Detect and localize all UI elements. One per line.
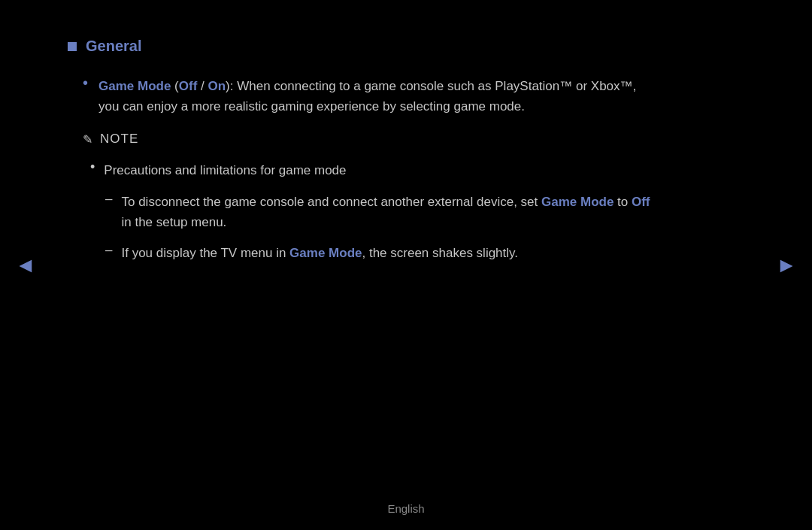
game-mode-bullet: • Game Mode (Off / On): When connecting … [68,76,654,117]
dash-1-mid: to [614,195,632,209]
note-header: ✎ NOTE [83,132,654,147]
on-label: On [208,79,226,93]
note-block: ✎ NOTE • Precautions and limitations for… [83,132,654,263]
note-dash-item-1: – To disconnect the game console and con… [83,192,654,232]
dash-1-text: To disconnect the game console and conne… [121,192,654,232]
main-content: General • Game Mode (Off / On): When con… [0,0,722,319]
right-arrow-icon: ► [776,253,797,277]
section-header: General [68,38,654,55]
dash-1-game-mode: Game Mode [541,195,614,209]
note-bullet-dot: • [90,159,95,175]
section-square-icon [68,42,77,51]
dash-2-pre: If you display the TV menu in [121,246,289,260]
note-sub-bullet: • Precautions and limitations for game m… [83,160,654,180]
note-precautions-text: Precautions and limitations for game mod… [104,160,346,180]
slash: / [197,79,208,93]
dash-2: – [105,243,112,258]
dash-2-game-mode: Game Mode [289,246,362,260]
dash-2-text: If you display the TV menu in Game Mode,… [121,243,518,263]
nav-arrow-right[interactable]: ► [770,246,803,285]
left-arrow-icon: ◄ [15,253,36,277]
dash-2-post: , the screen shakes slightly. [362,246,518,260]
off-label: Off [179,79,198,93]
game-mode-text: Game Mode (Off / On): When connecting to… [98,76,654,117]
footer-language: English [387,502,424,515]
dash-1-post: in the setup menu. [121,215,226,229]
bullet-dot: • [83,74,88,92]
game-mode-label: Game Mode [98,79,171,93]
dash-1-off: Off [632,195,650,209]
nav-arrow-left[interactable]: ◄ [9,246,42,285]
note-dash-item-2: – If you display the TV menu in Game Mod… [83,243,654,263]
note-label: NOTE [100,132,138,147]
note-pencil-icon: ✎ [83,132,92,147]
language-label: English [387,502,424,515]
dash-1-pre: To disconnect the game console and conne… [121,195,541,209]
section-title: General [86,38,141,55]
dash-1: – [105,192,112,207]
